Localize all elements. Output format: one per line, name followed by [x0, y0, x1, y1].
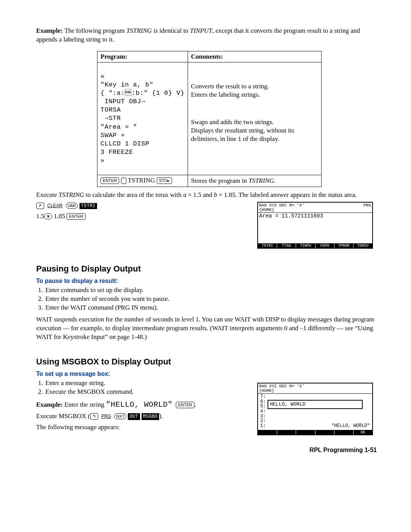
lcd-screen-1: RAD XYZ DEC R= 'X'{HOME} PRG Area = 11.5…: [257, 202, 373, 249]
key-sequence-1: ↱ CLEAR VAR TSTRI: [36, 202, 158, 209]
msgbox-followup: The following message appears:: [36, 423, 257, 432]
pause-steps: Enter commands to set up the display. En…: [36, 286, 377, 312]
lcd1-area-value: Area = 11.5721111603: [259, 213, 323, 219]
execute-paragraph: Execute TSTRING to calculate the area of…: [36, 191, 377, 200]
col-comments: Comments:: [188, 51, 321, 62]
out-menu: OUT: [128, 413, 140, 420]
program-body: « "Key in a, b" { ":a::b:" {1 0} V} INP…: [97, 62, 188, 175]
msgbox-example: Example: Enter the string "HELLO, WORLD"…: [36, 399, 257, 410]
page-footer: RPL Programming 1-51: [36, 447, 377, 454]
msgbo-menu: MSGBO: [142, 413, 159, 420]
tstri-menu: TSTRI: [80, 203, 97, 209]
lcd2-softmenu: OK: [258, 430, 372, 435]
msgbox-exec-line: Execute MSGBOX (↰ PRG NXT OUT MSGBO).: [36, 412, 257, 421]
clear-label: CLEAR: [46, 203, 64, 209]
pause-step-1: Enter commands to set up the display.: [45, 286, 377, 295]
key-sequence-2: 1.5▼ 1.85 ENTER: [36, 212, 158, 220]
sto-key: STO▸: [157, 177, 172, 184]
tick-key: ': [121, 177, 126, 184]
enter-key: ENTER: [100, 177, 119, 184]
subhead-msgbox: To set up a message box:: [36, 371, 377, 377]
down-arrow-key: ▼: [44, 213, 52, 219]
stack-1-value: "HELLO, WORLD": [331, 423, 370, 428]
enter-key-3: ENTER: [176, 402, 194, 408]
message-box: HELLO, WORLD: [268, 400, 363, 409]
nxt-key: NXT: [114, 413, 126, 419]
heading-msgbox: Using MSGBOX to Display Output: [36, 357, 377, 367]
intro-paragraph: Example: The following program TSTRING i…: [36, 27, 377, 44]
example-label: Example:: [36, 27, 64, 34]
subhead-pause: To pause to display a result:: [36, 278, 377, 284]
lcd-screen-2: RAD XYZ DEC R= 'X'{HOME} 7: 6: 5: 4: 3: …: [257, 383, 373, 435]
lcd1-softmenu: TSTRITTAGTINPUVSPHTPROMTORSV: [258, 243, 372, 248]
heading-pausing: Pausing to Display Output: [36, 264, 377, 274]
store-keys-cell: ENTER ' TSTRING STO▸: [97, 175, 188, 187]
pause-step-3: Enter the WAIT command (PRG IN menu).: [45, 304, 377, 312]
program-table: Program: Comments: « "Key in a, b" { ":a…: [97, 51, 322, 187]
msgbox-step-1: Enter a message string.: [45, 379, 257, 388]
store-comment: Stores the program in TSTRING.: [188, 175, 321, 187]
msgbox-step-2: Execute the MSGBOX command.: [45, 388, 257, 396]
enter-key-2: ENTER: [67, 213, 85, 220]
comments-body: Converts the result to a string. Enters …: [188, 62, 321, 175]
left-shift-key: ↰: [90, 413, 98, 420]
pause-step-2: Enter the number of seconds you want to …: [45, 295, 377, 304]
right-shift-key: ↱: [36, 203, 44, 209]
col-program: Program:: [97, 51, 188, 62]
stack-levels: 7: 6: 5: 4: 3: 2: 1:"HELLO, WORLD": [259, 394, 371, 428]
msgbox-steps: Enter a message string. Execute the MSGB…: [36, 379, 257, 396]
exec-block: ↱ CLEAR VAR TSTRI 1.5▼ 1.85 ENTER RAD XY…: [36, 202, 377, 249]
wait-paragraph: WAIT suspends execution for the number o…: [36, 315, 377, 342]
prg-label: PRG: [100, 413, 113, 420]
var-key: VAR: [66, 203, 78, 209]
